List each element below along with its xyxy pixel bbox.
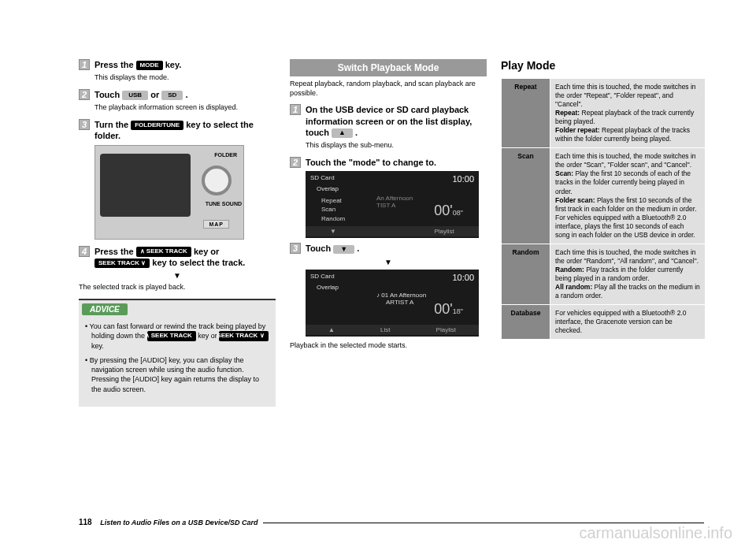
seek-down-key: SEEK TRACK ∨	[94, 259, 150, 268]
t: 08"	[453, 209, 463, 217]
ss-bottom: ▲ List Playlist	[306, 325, 479, 335]
seek-up-key: ∧ SEEK TRACK	[147, 331, 196, 341]
ss-time: 10:00	[452, 174, 474, 184]
step-sub: The playback information screen is displ…	[94, 103, 276, 113]
menu-item: Random	[321, 214, 345, 223]
column-3: Play Mode RepeatEach time this is touche…	[501, 59, 706, 407]
table-row: DatabaseFor vehicles equipped with a Blu…	[502, 305, 706, 340]
sd-key: SD	[161, 91, 183, 100]
column-1: 1 Press the MODE key. This displays the …	[79, 59, 276, 407]
step-text: Press the MODE key.	[94, 59, 276, 70]
advice-item: By pressing the [AUDIO] key, you can dis…	[85, 355, 269, 394]
down-arrow-button: ▼	[333, 245, 354, 255]
hardware-diagram: FOLDER TUNE SOUND MAP	[94, 145, 244, 240]
t: key or	[198, 332, 219, 340]
t: Press the	[94, 247, 136, 256]
t: Touch	[306, 244, 333, 253]
result-text: The selected track is played back.	[79, 283, 276, 292]
t: ▼	[330, 228, 336, 235]
step-number: 4	[79, 246, 90, 257]
advice-item: You can fast forward or rewind the track…	[85, 322, 269, 351]
step-4: 4 Press the ∧ SEEK TRACK key or SEEK TRA…	[79, 246, 276, 269]
page-content: 1 Press the MODE key. This displays the …	[0, 0, 756, 422]
t: TIST A	[376, 202, 413, 209]
t: 18"	[453, 307, 463, 315]
step-text: Press the ∧ SEEK TRACK key or SEEK TRACK…	[94, 246, 276, 269]
t: Press the	[94, 60, 136, 69]
watermark: carmanualsonline.info	[579, 524, 732, 542]
ss-title: SD Card	[310, 273, 335, 280]
t: or	[150, 90, 161, 99]
page-number: 118	[79, 518, 92, 526]
step-text: On the USB device or SD card playback in…	[306, 104, 487, 138]
step-3: 3 Turn the FOLDER/TUNE key to select the…	[79, 119, 276, 142]
up-arrow-button: ▲	[332, 128, 353, 138]
down-arrow-icon: ▼	[290, 258, 487, 266]
t: An Afternoon	[376, 195, 413, 202]
t: ▲	[328, 326, 335, 333]
step-number: 3	[290, 243, 301, 254]
mode-label: Repeat	[502, 79, 550, 148]
diagram-label: MAP	[203, 220, 229, 229]
step-sub: This displays the sub-menu.	[306, 141, 487, 151]
ss-track: ♪ 01 An Afternoon ARTIST A	[376, 292, 426, 306]
step-text: Touch the "mode" to change to.	[306, 157, 487, 168]
down-arrow-icon: ▼	[79, 271, 276, 280]
t: key or	[194, 247, 219, 256]
t: .	[355, 128, 358, 137]
t: Playlist	[435, 228, 454, 235]
t: Turn the	[94, 120, 131, 129]
menu-item: Scan	[321, 205, 345, 214]
t: 00'	[434, 203, 452, 218]
table-row: ScanEach time this is touched, the mode …	[502, 148, 706, 244]
advice-label: ADVICE	[82, 303, 128, 315]
page-title: Listen to Audio Files on a USB Device/SD…	[100, 519, 258, 526]
t: List	[380, 326, 390, 333]
t: 00'	[434, 301, 452, 317]
t: key.	[165, 60, 182, 69]
advice-body: You can fast forward or rewind the track…	[79, 318, 276, 407]
ss-counter: 00'08"	[434, 203, 463, 219]
intro-text: Repeat playback, random playback, and sc…	[290, 80, 487, 98]
diagram-knob	[202, 166, 232, 195]
step-text: Turn the FOLDER/TUNE key to select the f…	[94, 119, 276, 142]
step-number: 1	[79, 59, 90, 70]
screenshot-2: SD Card 10:00 Overlap ♪ 01 An Afternoon …	[306, 270, 479, 337]
mode-key: MODE	[136, 61, 163, 70]
step-number: 3	[79, 119, 90, 130]
t: Touch	[94, 90, 122, 99]
ss-menu: Repeat Scan Random	[321, 196, 345, 223]
play-mode-table: RepeatEach time this is touched, the mod…	[501, 78, 706, 340]
t: key to select the track.	[152, 258, 245, 267]
ss-bottom: ▼ Playlist	[306, 226, 479, 236]
t: .	[185, 90, 187, 99]
step-1: 1 Press the MODE key.	[79, 59, 276, 70]
mode-desc: Each time this is touched, the mode swit…	[550, 244, 706, 304]
section-header: Switch Playback Mode	[290, 59, 487, 76]
step-text: Touch USB or SD .	[94, 89, 276, 100]
mode-desc: Each time this is touched, the mode swit…	[550, 148, 706, 244]
step-1: 1 On the USB device or SD card playback …	[290, 104, 487, 138]
seek-up-key: ∧ SEEK TRACK	[136, 247, 191, 256]
step-2: 2 Touch the "mode" to change to.	[290, 157, 487, 168]
t: Playlist	[436, 326, 456, 333]
table-row: RepeatEach time this is touched, the mod…	[502, 79, 706, 148]
mode-label: Scan	[502, 148, 550, 244]
t: ARTIST A	[386, 299, 426, 306]
seek-down-key: SEEK TRACK ∨	[219, 331, 268, 341]
mode-desc: For vehicles equipped with a Bluetooth® …	[550, 305, 706, 340]
folder-tune-key: FOLDER/TUNE	[131, 121, 183, 130]
mode-label: Random	[502, 244, 550, 304]
ss-time: 10:00	[452, 273, 474, 282]
step-text: Touch ▼ .	[306, 243, 487, 254]
ss-track: An Afternoon TIST A	[376, 195, 413, 209]
step-number: 2	[79, 89, 90, 100]
table-row: RandomEach time this is touched, the mod…	[502, 244, 706, 304]
t: key.	[91, 342, 104, 350]
t: .	[357, 244, 359, 253]
step-number: 1	[290, 104, 301, 115]
step-3: 3 Touch ▼ .	[290, 243, 487, 254]
mode-label: Database	[502, 305, 550, 340]
mode-desc: Each time this is touched, the mode swit…	[550, 79, 706, 148]
t: ♪ 01 An Afternoon	[376, 292, 426, 299]
